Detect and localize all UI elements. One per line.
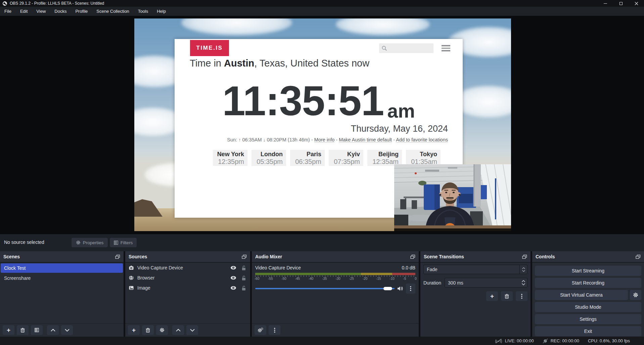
remove-transition-button[interactable]: [501, 291, 513, 301]
filters-button[interactable]: Filters: [110, 238, 137, 247]
scene-item-screenshare[interactable]: Screenshare: [1, 273, 123, 283]
sources-dock-header: Sources: [125, 251, 250, 263]
combo-spinner[interactable]: [519, 265, 527, 274]
duration-spin-arrows[interactable]: [522, 280, 525, 285]
maximize-button[interactable]: [613, 0, 629, 7]
hamburger-menu-icon[interactable]: [442, 45, 450, 53]
menu-view[interactable]: View: [32, 7, 50, 16]
remove-scene-button[interactable]: [17, 325, 29, 335]
scene-transitions-header: Scene Transitions: [420, 251, 531, 263]
move-scene-down-button[interactable]: [61, 325, 73, 335]
sources-toolbar: +: [125, 323, 250, 337]
menu-help[interactable]: Help: [152, 7, 170, 16]
lock-open-icon[interactable]: [241, 265, 246, 270]
menu-tools[interactable]: Tools: [134, 7, 152, 16]
sources-dock: Sources Video Capture Device Browser: [125, 251, 250, 337]
volume-slider-handle[interactable]: [383, 287, 392, 290]
chevron-up-icon: [522, 280, 525, 282]
close-button[interactable]: [629, 0, 644, 7]
start-virtual-camera-button[interactable]: Start Virtual Camera: [535, 290, 628, 300]
mixer-channel-menu-button[interactable]: [406, 284, 415, 294]
visibility-eye-icon[interactable]: [230, 266, 236, 270]
advanced-audio-button[interactable]: [255, 325, 266, 335]
source-item-video-capture[interactable]: Video Capture Device: [125, 263, 250, 273]
popout-icon[interactable]: [522, 255, 527, 259]
timeis-logo[interactable]: TIME.IS: [190, 40, 229, 56]
volume-slider[interactable]: [255, 288, 395, 289]
timeis-search-box[interactable]: [379, 43, 433, 53]
more-info-link[interactable]: More info: [314, 137, 334, 143]
status-bar: LIVE: 00:00:00 REC: 00:00:00 CPU: 0.6%, …: [0, 337, 644, 345]
menu-profile[interactable]: Profile: [71, 7, 92, 16]
add-favorite-link[interactable]: Add to favorite locations: [396, 137, 448, 143]
transition-select[interactable]: Fade: [423, 265, 527, 274]
exit-button[interactable]: Exit: [535, 326, 641, 336]
lock-open-icon[interactable]: [241, 275, 246, 281]
remove-source-button[interactable]: [142, 325, 154, 335]
popout-icon[interactable]: [636, 255, 641, 259]
mixer-channel-name: Video Capture Device: [255, 265, 301, 270]
image-icon: [129, 285, 134, 291]
camera-icon: [129, 265, 134, 270]
minimize-button[interactable]: [598, 0, 613, 7]
mixer-channel: Video Capture Device 0.0 dB: [255, 265, 415, 270]
start-streaming-button[interactable]: Start Streaming: [535, 266, 641, 276]
popout-icon[interactable]: [410, 255, 415, 259]
window-title: OBS 29.1.2 - Profile: LLHLS BETA - Scene…: [10, 1, 104, 6]
world-clock-beijing[interactable]: Beijing12:35am: [367, 150, 402, 166]
duration-row: Duration 300 ms: [423, 278, 527, 288]
menu-file[interactable]: File: [0, 7, 16, 16]
webcam-source[interactable]: [394, 164, 511, 231]
make-default-link[interactable]: Make Austin time default: [339, 137, 392, 143]
move-source-up-button[interactable]: [172, 325, 184, 335]
world-clock-kyiv[interactable]: Kyiv07:35pm: [329, 150, 363, 166]
menu-docks[interactable]: Docks: [50, 7, 71, 16]
scene-item-clock-test[interactable]: Clock Test: [1, 263, 123, 273]
audio-mixer-header: Audio Mixer: [252, 251, 419, 263]
cloud: [181, 18, 292, 35]
move-scene-up-button[interactable]: [47, 325, 59, 335]
mixer-menu-button[interactable]: [269, 325, 280, 335]
lock-open-icon[interactable]: [241, 286, 246, 291]
world-clock-paris[interactable]: Paris06:35pm: [290, 150, 325, 166]
source-item-browser[interactable]: Browser: [125, 273, 250, 283]
preview-area: TIME.IS Time in Austin, Texas, United St…: [0, 16, 644, 234]
rock-butte: [134, 199, 163, 217]
maximize-icon: [619, 2, 623, 5]
studio-mode-button[interactable]: Studio Mode: [535, 302, 641, 312]
properties-button[interactable]: Properties: [72, 238, 108, 247]
scene-filters-button[interactable]: [31, 325, 43, 335]
settings-button[interactable]: Settings: [535, 314, 641, 324]
world-clock-new-york[interactable]: New York12:35pm: [213, 150, 247, 166]
add-transition-button[interactable]: +: [486, 291, 498, 301]
scenes-dock-header: Scenes: [0, 251, 124, 263]
dock-area: Scenes Clock Test Screenshare +: [0, 251, 644, 337]
stream-inactive-icon: [495, 339, 502, 343]
move-source-down-button[interactable]: [186, 325, 198, 335]
world-clock-tokyo[interactable]: Tokyo01:35am: [406, 150, 441, 166]
timeis-heading: Time in Austin, Texas, United States now: [190, 58, 369, 69]
world-clock-london[interactable]: London05:35pm: [251, 150, 286, 166]
search-input[interactable]: [387, 46, 433, 51]
source-item-image[interactable]: Image: [125, 283, 250, 293]
start-recording-button[interactable]: Start Recording: [535, 278, 641, 288]
gear-icon: [76, 240, 81, 245]
menu-edit[interactable]: Edit: [16, 7, 32, 16]
visibility-eye-icon[interactable]: [230, 286, 236, 290]
volume-meter: [255, 273, 415, 275]
popout-icon[interactable]: [115, 255, 120, 259]
program-preview[interactable]: TIME.IS Time in Austin, Texas, United St…: [134, 18, 511, 231]
trash-icon: [505, 294, 509, 299]
transition-properties-button[interactable]: [516, 291, 527, 301]
virtual-camera-config-button[interactable]: [630, 290, 641, 300]
menu-scene-collection[interactable]: Scene Collection: [92, 7, 134, 16]
add-source-button[interactable]: +: [128, 325, 140, 335]
source-context-toolbar: No source selected Properties Filters: [0, 234, 644, 251]
popout-icon[interactable]: [242, 255, 247, 259]
chevron-up-icon: [522, 267, 525, 269]
add-scene-button[interactable]: +: [3, 325, 14, 335]
source-properties-button[interactable]: [156, 325, 168, 335]
duration-spinbox[interactable]: 300 ms: [445, 278, 527, 288]
visibility-eye-icon[interactable]: [230, 276, 236, 280]
speaker-icon[interactable]: [397, 286, 403, 291]
